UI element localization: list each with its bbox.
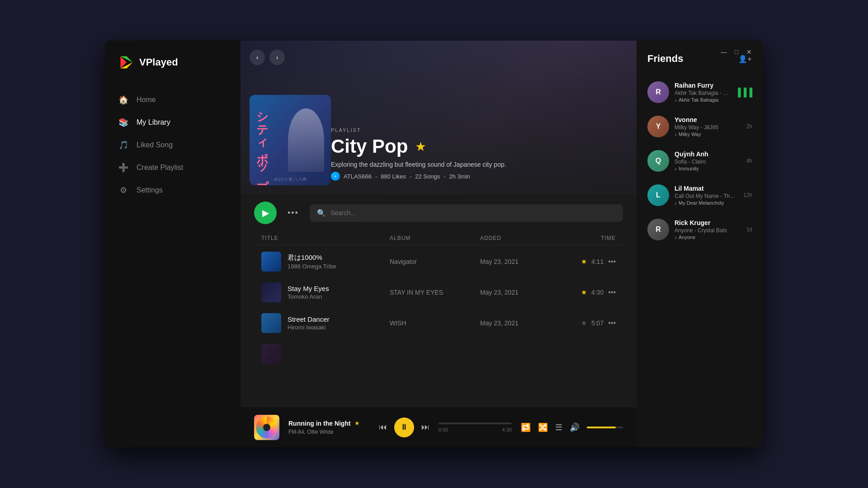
meta-separator-2: - <box>410 173 411 180</box>
friend-name-5: Rick Kruger <box>675 219 741 226</box>
maximize-button[interactable]: □ <box>733 49 740 55</box>
friend-time-3: 4h <box>746 158 752 164</box>
note-icon-2: ♪ <box>675 132 677 137</box>
now-playing-title-row: Running in the Night ★ <box>288 420 370 427</box>
track-album-1: Navigator <box>390 258 480 265</box>
friend-track-4: Call Out My Name - The Weeknd <box>675 193 738 199</box>
now-playing-star-icon[interactable]: ★ <box>354 420 360 427</box>
fast-forward-button[interactable]: ⏭ <box>421 422 429 432</box>
progress-bar[interactable] <box>439 422 512 424</box>
now-playing-vinyl <box>256 417 278 438</box>
col-album: Album <box>390 235 480 241</box>
table-row[interactable]: Street Dancer Hiromi Iwasaki WISH May 23… <box>254 309 623 338</box>
friend-track-1: Akhir Tak Bahagia - Miselia <box>675 90 730 96</box>
friend-time-5: 1d <box>746 226 752 233</box>
total-time: 4:30 <box>502 427 512 432</box>
track-name-2: Stay My Eyes <box>288 285 329 292</box>
list-item[interactable]: Y Yvonne Milky Way - J8J95 ♪ Milky Way 2… <box>637 109 763 144</box>
rewind-button[interactable]: ⏮ <box>379 422 387 432</box>
col-title: Title <box>261 235 390 241</box>
track-star-1[interactable]: ★ <box>581 258 587 266</box>
col-added: Added <box>480 235 571 241</box>
queue-button[interactable]: ☰ <box>555 422 562 432</box>
sidebar-item-create-playlist[interactable]: ➕ Create Playlist <box>105 156 241 179</box>
music-icon: 🎵 <box>118 140 128 150</box>
friend-song-1: ♪ Akhir Tak Bahagia <box>675 97 730 103</box>
shuffle-button[interactable]: 🔀 <box>538 422 548 432</box>
controls-bar: ▶ ••• 🔍 <box>241 194 637 231</box>
more-options-button[interactable]: ••• <box>284 206 302 220</box>
close-button[interactable]: ✕ <box>746 49 752 55</box>
volume-button[interactable]: 🔊 <box>570 422 580 432</box>
sidebar-item-home[interactable]: 🏠 Home <box>105 89 241 111</box>
table-row[interactable]: 君は1000% 1986 Omega Tribe Navigator May 2… <box>254 247 623 276</box>
friend-name-1: Raihan Furry <box>675 82 730 89</box>
sidebar-item-create-label: Create Playlist <box>137 164 183 172</box>
friend-track-3: Sofia - Clairo <box>675 159 741 165</box>
friend-song-4: ♪ My Dear Melancholy <box>675 200 738 206</box>
friend-avatar-1: R <box>647 81 669 103</box>
friend-avatar-4: L <box>647 184 669 206</box>
sidebar-item-liked-song[interactable]: 🎵 Liked Song <box>105 134 241 156</box>
track-text-3: Street Dancer Hiromi Iwasaki <box>288 315 330 331</box>
meta-separator-1: - <box>375 173 377 180</box>
track-menu-3[interactable]: ••• <box>608 319 616 327</box>
friend-info-4: Lil Mamat Call Out My Name - The Weeknd … <box>675 185 738 206</box>
track-time-row-3: ★ 5:07 ••• <box>571 319 616 327</box>
track-duration-3: 5:07 <box>591 319 604 327</box>
track-album-2: STAY IN MY EYES <box>390 289 480 296</box>
progress-area: 0:00 4:30 <box>439 422 512 432</box>
track-menu-2[interactable]: ••• <box>608 288 616 296</box>
track-added-1: May 23, 2021 <box>480 258 571 265</box>
playlist-description: Exploring the dazzling but fleeting soun… <box>331 161 623 168</box>
list-item[interactable]: Q Quỳnh Anh Sofia - Clairo ♪ Immunity 4h <box>637 144 763 178</box>
home-icon: 🏠 <box>118 95 128 105</box>
main-play-button[interactable]: ▶ <box>254 202 277 224</box>
table-row[interactable] <box>254 339 623 368</box>
track-added-3: May 23, 2021 <box>480 319 571 327</box>
right-controls: 🔁 🔀 ☰ 🔊 <box>521 422 623 432</box>
app-window: — □ ✕ VPlayed 🏠 Home 📚 My Li <box>105 41 763 447</box>
back-arrow-button[interactable]: ‹ <box>250 50 265 65</box>
search-icon: 🔍 <box>317 209 326 217</box>
track-star-2[interactable]: ★ <box>581 288 587 296</box>
playlist-songs: 22 Songs <box>415 173 440 180</box>
table-header: Title Album Added Time <box>254 231 623 245</box>
note-icon-5: ♪ <box>675 235 677 240</box>
list-item[interactable]: R Raihan Furry Akhir Tak Bahagia - Misel… <box>637 75 763 109</box>
forward-arrow-button[interactable]: › <box>269 50 285 65</box>
track-star-3[interactable]: ★ <box>581 319 587 327</box>
search-input[interactable] <box>330 209 616 216</box>
track-info-1: 君は1000% 1986 Omega Tribe <box>261 252 390 272</box>
friend-song-2: ♪ Milky Way <box>675 131 741 137</box>
track-menu-1[interactable]: ••• <box>608 258 616 266</box>
track-text-2: Stay My Eyes Tomoko Aran <box>288 285 329 300</box>
repeat-button[interactable]: 🔁 <box>521 422 531 432</box>
pause-button[interactable]: ⏸ <box>394 418 414 437</box>
playlist-header: ‹ › シティポップ あなたと過ごした夜 PLAYLIST City Pop ★ <box>241 41 637 194</box>
list-item[interactable]: R Rick Kruger Anyone - Crystal Bats ♪ An… <box>637 212 763 247</box>
track-artist-2: Tomoko Aran <box>288 293 329 300</box>
logo-text: VPlayed <box>139 56 178 68</box>
table-row[interactable]: Stay My Eyes Tomoko Aran STAY IN MY EYES… <box>254 278 623 307</box>
friend-info-1: Raihan Furry Akhir Tak Bahagia - Miselia… <box>675 82 730 103</box>
friend-name-2: Yvonne <box>675 116 741 123</box>
list-item[interactable]: L Lil Mamat Call Out My Name - The Weekn… <box>637 178 763 212</box>
sidebar-item-my-library[interactable]: 📚 My Library <box>105 111 241 134</box>
playlist-title-row: City Pop ★ <box>331 136 623 157</box>
volume-bar[interactable] <box>587 427 623 428</box>
track-info-3: Street Dancer Hiromi Iwasaki <box>261 313 390 333</box>
friend-info-5: Rick Kruger Anyone - Crystal Bats ♪ Anyo… <box>675 219 741 240</box>
track-artist-3: Hiromi Iwasaki <box>288 324 330 331</box>
sidebar-item-settings[interactable]: ⚙ Settings <box>105 179 241 202</box>
playlist-cover-art: シティポップ あなたと過ごした夜 <box>250 95 331 185</box>
friend-avatar-2: Y <box>647 116 669 137</box>
sidebar-item-settings-label: Settings <box>137 186 163 194</box>
track-name-1: 君は1000% <box>288 253 336 262</box>
now-playing-info: Running in the Night ★ FM-84, Ollie Wrid… <box>288 420 370 435</box>
settings-icon: ⚙ <box>118 185 128 195</box>
author-avatar: A <box>331 172 340 181</box>
minimize-button[interactable]: — <box>721 49 727 55</box>
friend-avatar-3: Q <box>647 150 669 172</box>
logo: VPlayed <box>105 54 241 89</box>
